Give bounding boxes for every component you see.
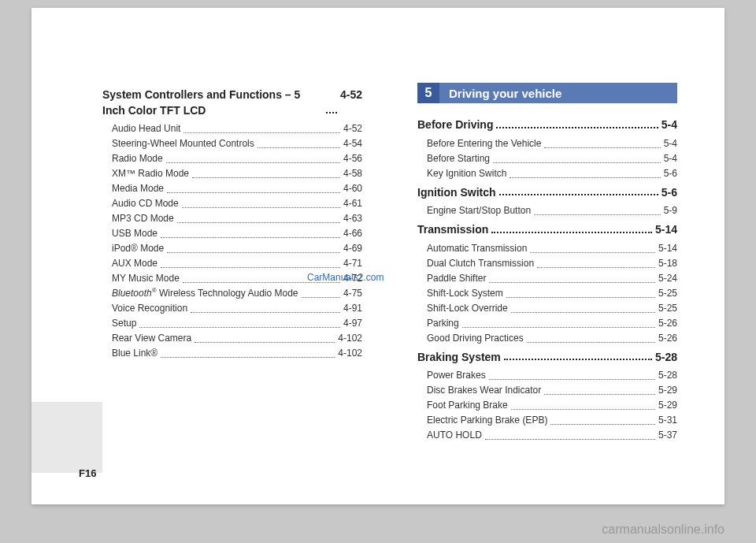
toc-sub-row: MY Music Mode4-72 bbox=[102, 271, 362, 285]
toc-sub-row: Media Mode4-60 bbox=[102, 181, 362, 195]
sub-label: MY Music Mode bbox=[112, 271, 180, 285]
right-group-list: Before Driving5-4Before Entering the Veh… bbox=[417, 117, 677, 442]
sub-label: AUX Mode bbox=[112, 256, 158, 270]
content-area: System Controllers and Functions – 5 Inc… bbox=[32, 8, 724, 443]
sub-page: 5-14 bbox=[658, 241, 677, 255]
leader-dots bbox=[139, 316, 340, 328]
leader-dots bbox=[183, 271, 340, 283]
sub-page: 5-25 bbox=[658, 286, 677, 300]
sub-label: Dual Clutch Transmission bbox=[427, 256, 534, 270]
toc-sub-row: MP3 CD Mode4-63 bbox=[102, 211, 362, 225]
sub-page: 4-58 bbox=[343, 166, 362, 180]
sub-page: 4-75 bbox=[343, 286, 362, 300]
sub-page: 4-56 bbox=[343, 151, 362, 166]
sub-page: 5-6 bbox=[664, 166, 677, 180]
left-sub-list: Audio Head Unit4-52Steering-Wheel Mounte… bbox=[102, 121, 362, 360]
sub-label: Foot Parking Brake bbox=[427, 398, 508, 412]
leader-dots bbox=[491, 221, 652, 233]
leader-dots bbox=[182, 196, 340, 208]
heading-page: 5-4 bbox=[662, 117, 677, 133]
toc-sub-row: Voice Recognition4-91 bbox=[102, 301, 362, 315]
toc-sub-row: Paddle Shifter5-24 bbox=[417, 271, 677, 285]
sub-label: Before Entering the Vehicle bbox=[427, 136, 541, 151]
leader-dots bbox=[489, 368, 655, 380]
sub-label: Audio Head Unit bbox=[112, 121, 180, 136]
leader-dots bbox=[195, 331, 335, 343]
sub-page: 5-37 bbox=[658, 428, 677, 442]
sub-page: 4-63 bbox=[343, 211, 362, 225]
sub-page: 5-4 bbox=[664, 136, 677, 151]
manual-page: System Controllers and Functions – 5 Inc… bbox=[32, 8, 724, 504]
heading-label: System Controllers and Functions – 5 Inc… bbox=[102, 87, 323, 118]
heading-page: 4-52 bbox=[340, 87, 362, 118]
leader-dots bbox=[537, 256, 655, 268]
leader-dots bbox=[191, 301, 340, 313]
sub-label: Blue Link® bbox=[112, 346, 158, 360]
toc-sub-row: Parking5-26 bbox=[417, 316, 677, 330]
leader-dots bbox=[506, 286, 655, 298]
leader-dots bbox=[511, 398, 655, 410]
sub-label: Power Brakes bbox=[427, 368, 486, 382]
toc-sub-row: Shift-Lock System5-25 bbox=[417, 286, 677, 300]
leader-dots bbox=[161, 256, 340, 268]
sub-page: 5-29 bbox=[658, 383, 677, 397]
chapter-number: 5 bbox=[417, 83, 439, 103]
toc-sub-row: Key Ignition Switch5-6 bbox=[417, 166, 677, 180]
sub-label: Engine Start/Stop Button bbox=[427, 203, 531, 218]
heading-page: 5-6 bbox=[662, 185, 677, 201]
sub-page: 4-97 bbox=[343, 316, 362, 330]
sub-label: Good Driving Practices bbox=[427, 331, 524, 345]
leader-dots bbox=[493, 151, 661, 163]
sub-page: 4-52 bbox=[343, 121, 362, 136]
toc-sub-row: Foot Parking Brake5-29 bbox=[417, 398, 677, 412]
page-number: F16 bbox=[79, 467, 96, 479]
sub-label: MP3 CD Mode bbox=[112, 211, 174, 225]
sub-page: 5-24 bbox=[658, 271, 677, 285]
sub-page: 4-71 bbox=[343, 256, 362, 270]
sub-page: 4-66 bbox=[343, 226, 362, 240]
leader-dots bbox=[530, 241, 655, 253]
sub-page: 4-91 bbox=[343, 301, 362, 315]
sub-page: 5-9 bbox=[664, 203, 677, 218]
toc-sub-row: Engine Start/Stop Button5-9 bbox=[417, 203, 677, 218]
toc-heading: System Controllers and Functions – 5 Inc… bbox=[102, 87, 362, 118]
sub-label: Setup bbox=[112, 316, 136, 330]
leader-dots bbox=[326, 86, 337, 113]
sub-label: Before Starting bbox=[427, 151, 490, 166]
sub-page: 5-26 bbox=[658, 331, 677, 345]
sub-label: Voice Recognition bbox=[112, 301, 187, 315]
toc-sub-row: Disc Brakes Wear Indicator5-29 bbox=[417, 383, 677, 397]
sub-page: 5-28 bbox=[658, 368, 677, 382]
leader-dots bbox=[511, 301, 655, 313]
sub-label: Steering-Wheel Mounted Controls bbox=[112, 136, 254, 151]
sub-label: AUTO HOLD bbox=[427, 428, 482, 442]
leader-dots bbox=[302, 286, 340, 298]
toc-sub-row: Before Starting5-4 bbox=[417, 151, 677, 166]
leader-dots bbox=[177, 211, 340, 223]
sub-page: 4-69 bbox=[343, 241, 362, 255]
sub-label: Shift-Lock System bbox=[427, 286, 503, 300]
sub-label: Electric Parking Brake (EPB) bbox=[427, 413, 547, 427]
sub-label: Audio CD Mode bbox=[112, 196, 179, 210]
sub-page: 5-4 bbox=[664, 151, 677, 166]
toc-sub-row: Dual Clutch Transmission5-18 bbox=[417, 256, 677, 270]
sub-label: Disc Brakes Wear Indicator bbox=[427, 383, 541, 397]
leader-dots bbox=[550, 413, 655, 425]
toc-sub-row: Audio CD Mode4-61 bbox=[102, 196, 362, 210]
leader-dots bbox=[527, 331, 655, 343]
toc-sub-row: USB Mode4-66 bbox=[102, 226, 362, 240]
sub-label: USB Mode bbox=[112, 226, 158, 240]
leader-dots bbox=[258, 136, 340, 148]
toc-sub-row: Before Entering the Vehicle5-4 bbox=[417, 136, 677, 151]
leader-dots bbox=[544, 136, 660, 148]
sub-page: 5-31 bbox=[658, 413, 677, 427]
heading-label: Transmission bbox=[417, 222, 488, 238]
leader-dots bbox=[544, 383, 655, 395]
chapter-title: Driving your vehicle bbox=[439, 83, 677, 103]
toc-sub-row: Power Brakes5-28 bbox=[417, 368, 677, 382]
toc-sub-row: Blue Link®4-102 bbox=[102, 346, 362, 360]
leader-dots bbox=[166, 151, 340, 163]
toc-sub-row: Radio Mode4-56 bbox=[102, 151, 362, 166]
sub-page: 5-18 bbox=[658, 256, 677, 270]
left-column: System Controllers and Functions – 5 Inc… bbox=[102, 83, 362, 443]
